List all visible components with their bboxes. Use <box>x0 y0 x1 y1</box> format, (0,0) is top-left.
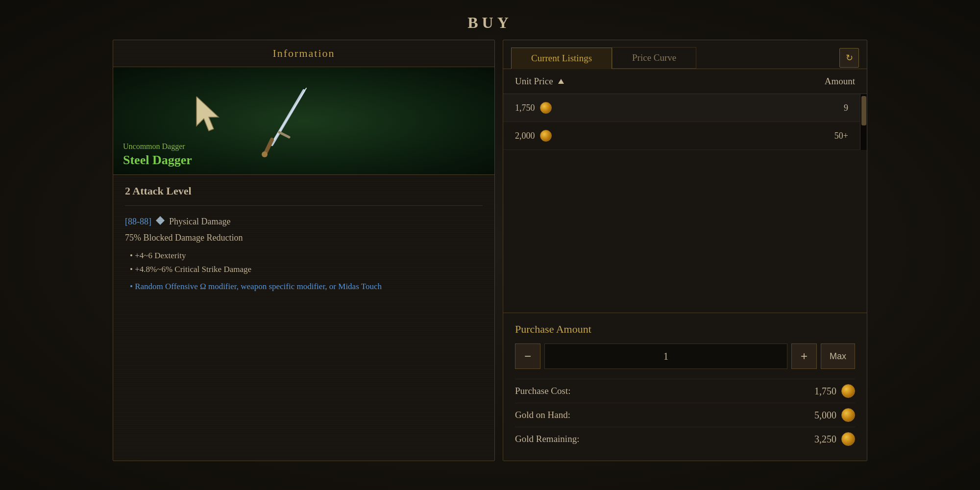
gold-remaining-row: Gold Remaining: 3,250 <box>515 427 855 451</box>
quantity-max-button[interactable]: Max <box>821 343 855 369</box>
purchase-section: Purchase Amount − + Max Purchase Cost: 1… <box>503 313 867 461</box>
stat-dexterity: +4~6 Dexterity <box>125 251 483 261</box>
gold-remaining-value: 3,250 <box>814 432 855 446</box>
svg-marker-6 <box>156 216 165 225</box>
gold-on-hand-value: 5,000 <box>814 408 855 422</box>
svg-marker-0 <box>196 97 219 131</box>
item-image-area: Uncommon Dagger Steel Dagger <box>113 67 494 175</box>
listings-rows: 1,750 9 2,000 50+ <box>503 94 860 150</box>
page-title: BUY <box>113 5 867 40</box>
tab-price-curve[interactable]: Price Curve <box>612 47 696 69</box>
gold-coin-icon <box>841 432 855 446</box>
listing-price: 1,750 <box>515 102 552 114</box>
item-stats: 2 Attack Level [88-88] Physical Damage 7… <box>113 175 494 303</box>
refresh-button[interactable]: ↻ <box>839 48 859 68</box>
listing-price-text: 1,750 <box>515 103 535 113</box>
gold-coin-icon <box>540 102 552 114</box>
listing-price-text: 2,000 <box>515 131 535 141</box>
blocked-damage: 75% Blocked Damage Reduction <box>125 233 483 243</box>
scrollbar-thumb <box>861 96 866 125</box>
listing-amount: 9 <box>844 103 848 113</box>
item-name-area: Uncommon Dagger Steel Dagger <box>123 142 192 168</box>
listing-row[interactable]: 2,000 50+ <box>503 122 860 150</box>
attack-level: 2 Attack Level <box>125 185 483 206</box>
item-type: Uncommon Dagger <box>123 142 192 151</box>
price-column-header: Unit Price <box>515 76 564 87</box>
magic-modifier: Random Offensive Ω modifier, weapon spec… <box>125 280 483 293</box>
gold-on-hand-label: Gold on Hand: <box>515 410 570 420</box>
item-dagger-icon <box>257 81 321 161</box>
stat-crit: +4.8%~6% Critical Strike Damage <box>125 265 483 274</box>
purchase-cost-label: Purchase Cost: <box>515 386 570 396</box>
listing-amount: 50+ <box>834 131 848 141</box>
svg-point-5 <box>262 151 268 157</box>
info-panel: Information <box>113 40 495 461</box>
amount-column-header: Amount <box>825 76 855 87</box>
quantity-minus-button[interactable]: − <box>515 343 540 369</box>
quantity-plus-button[interactable]: + <box>791 343 817 369</box>
quantity-input[interactable] <box>544 343 787 369</box>
scrollbar[interactable] <box>860 94 867 150</box>
listing-row[interactable]: 1,750 9 <box>503 94 860 122</box>
listings-area: Unit Price Amount 1,750 9 <box>503 69 867 313</box>
info-panel-header: Information <box>113 40 494 67</box>
gold-coin-icon <box>540 130 552 142</box>
svg-line-4 <box>266 140 272 152</box>
listing-price: 2,000 <box>515 130 552 142</box>
svg-line-3 <box>279 132 289 137</box>
damage-line: [88-88] Physical Damage <box>125 216 483 228</box>
gold-remaining-label: Gold Remaining: <box>515 434 579 444</box>
gold-coin-icon <box>841 408 855 422</box>
sort-arrow-icon <box>558 79 564 84</box>
purchase-cost-row: Purchase Cost: 1,750 <box>515 379 855 403</box>
gold-coin-icon <box>841 384 855 398</box>
listings-table-header: Unit Price Amount <box>503 69 867 94</box>
gold-on-hand-row: Gold on Hand: 5,000 <box>515 403 855 427</box>
purchase-cost-value: 1,750 <box>814 384 855 398</box>
listings-content: 1,750 9 2,000 50+ <box>503 94 867 150</box>
tab-current-listings[interactable]: Current Listings <box>511 48 612 69</box>
damage-type: Physical Damage <box>169 217 230 227</box>
phys-damage-icon <box>155 216 165 228</box>
purchase-amount-title: Purchase Amount <box>515 323 855 336</box>
damage-range: [88-88] <box>125 217 151 227</box>
item-name: Steel Dagger <box>123 153 192 168</box>
right-panel: Current Listings Price Curve ↻ Unit Pric… <box>503 40 867 461</box>
tabs-row: Current Listings Price Curve ↻ <box>503 40 867 69</box>
purchase-amount-row: − + Max <box>515 343 855 369</box>
cursor-icon <box>192 97 226 138</box>
